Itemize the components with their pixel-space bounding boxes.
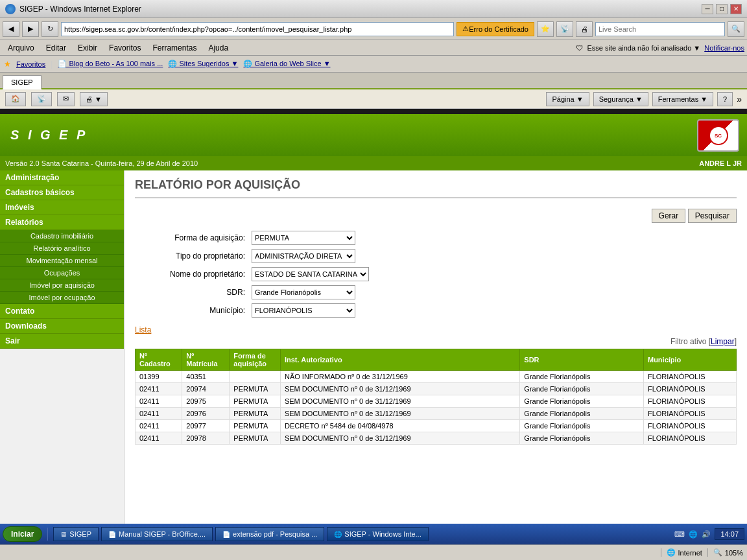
taskbar: Iniciar 🖥 SIGEP 📄 Manual SIGEP - BrOffic… [0,524,747,544]
back-button[interactable]: ◀ [3,21,19,37]
live-search-button[interactable]: 🔍 [728,21,744,37]
ferramentas-button[interactable]: Ferramentas ▼ [652,92,713,106]
cell-municipio: FLORIANÓPOLIS [643,408,736,420]
sidebar-item-relatorio-analitico[interactable]: Relatório analítico [0,242,124,255]
sidebar-item-imoveis[interactable]: Imóveis [0,200,124,215]
label-nome: Nome do proprietário: [135,270,252,279]
ie-task-icon: 🖥 [60,531,67,538]
cell-inst: SEM DOCUMENTO nº 0 de 31/12/1969 [280,432,519,445]
app-subheader: Versão 2.0 Santa Catarina - Quinta-feira… [0,156,747,170]
cell-forma: PERMUTA [230,420,281,432]
app-logo: S I G E P [10,128,88,143]
label-tipo: Tipo do proprietário: [135,251,252,261]
fav-sites[interactable]: 🌐 Sites Sugeridos ▼ [168,60,238,68]
cell-inst: SEM DOCUMENTO nº 0 de 31/12/1969 [280,383,519,395]
select-forma[interactable]: PERMUTA [252,231,355,245]
sidebar-item-imovel-aquisicao[interactable]: Imóvel por aquisição [0,279,124,292]
cell-cadastro: 02411 [136,395,182,408]
version-text: Versão 2.0 Santa Catarina - Quinta-feira… [5,159,198,167]
help-button[interactable]: ? [717,92,733,106]
form-row-forma: Forma de aquisição: PERMUTA [135,231,737,245]
task-sigep[interactable]: 🖥 SIGEP [53,527,99,541]
sidebar-item-administracao[interactable]: Administração [0,170,124,185]
cell-cadastro: 02411 [136,432,182,445]
table-row: 02411 20975 PERMUTA SEM DOCUMENTO nº 0 d… [136,395,737,408]
url-input[interactable] [61,22,454,36]
volume-icon: 🔊 [702,530,711,539]
select-nome[interactable]: ESTADO DE SANTA CATARINA [252,267,369,281]
menu-editar[interactable]: Editar [41,42,71,54]
table-row: 01399 40351 NÃO INFORMADO nº 0 de 31/12/… [136,371,737,383]
forward-button[interactable]: ▶ [22,21,39,37]
th-matricula: Nº Matrícula [182,349,230,371]
home-button[interactable]: 🏠 [5,92,26,106]
sidebar-item-imovel-ocupacao[interactable]: Imóvel por ocupação [0,292,124,304]
form-row-sdr: SDR: Grande Florianópolis [135,285,737,299]
cell-sdr: Grande Florianópolis [520,395,644,408]
lista-link[interactable]: Lista [135,325,151,334]
sidebar-item-cadastro-imobiliario[interactable]: Cadastro imobiliário [0,230,124,242]
menu-favoritos[interactable]: Favoritos [104,42,146,54]
addressbar: ◀ ▶ ↻ ⚠ Erro do Certificado ⭐ 📡 🖨 🔍 [0,18,747,40]
sidebar-item-contato[interactable]: Contato [0,304,124,319]
rss-toolbar-button[interactable]: 📡 [31,92,52,106]
title-text: SIGEP - Windows Internet Explorer [19,5,141,14]
rss-button[interactable]: 📡 [556,21,573,37]
menu-ajuda[interactable]: Ajuda [203,42,233,54]
task-manual[interactable]: 📄 Manual SIGEP - BrOffice.... [101,527,213,541]
gerar-button[interactable]: Gerar [652,209,686,223]
sidebar-item-movimentacao[interactable]: Movimentação mensal [0,255,124,267]
cell-sdr: Grande Florianópolis [520,408,644,420]
select-municipio[interactable]: FLORIANÓPOLIS [252,303,355,318]
cell-cadastro: 02411 [136,408,182,420]
print-toolbar-button[interactable]: 🖨 ▼ [80,92,108,106]
favbar-favorites[interactable]: Favoritos [16,60,45,68]
menu-ferramentas[interactable]: Ferramentas [147,42,202,54]
site-analysis-text[interactable]: Esse site ainda não foi analisado ▼ [587,44,700,52]
menu-exibir[interactable]: Exibir [73,42,102,54]
sidebar-item-downloads[interactable]: Downloads [0,319,124,334]
sidebar-item-ocupacoes[interactable]: Ocupações [0,267,124,279]
close-button[interactable]: ✕ [730,4,742,14]
select-tipo[interactable]: ADMINISTRAÇÃO DIRETA [252,249,355,263]
sidebar-item-cadastros[interactable]: Cadastros básicos [0,185,124,200]
toolbar-right-group: Página ▼ Segurança ▼ Ferramentas ▼ ? » [546,92,742,106]
warning-icon: ⚠ [462,25,469,33]
refresh-button[interactable]: ↻ [42,21,58,37]
print-button[interactable]: 🖨 [576,21,593,37]
cell-matricula: 20977 [182,420,230,432]
pdf-icon: 📄 [222,531,230,538]
maximize-button[interactable]: □ [716,4,728,14]
ie-toolbar: 🏠 📡 ✉ 🖨 ▼ Página ▼ Segurança ▼ Ferrament… [0,89,747,109]
internet-indicator: 🌐 [689,530,698,539]
pagina-button[interactable]: Página ▼ [546,92,589,106]
task-sigep-ie[interactable]: 🌐 SIGEP - Windows Inte... [327,527,428,541]
sidebar-item-sair[interactable]: Sair [0,334,124,349]
cell-inst: DECRETO nº 5484 de 04/08/4978 [280,420,519,432]
fav-blog[interactable]: 📄 Blog do Beto - As 100 mais ... [58,60,163,68]
fav-galeria[interactable]: 🌐 Galeria do Web Slice ▼ [243,60,330,68]
cell-matricula: 20975 [182,395,230,408]
notify-link[interactable]: Notificar-nos [704,44,744,52]
mail-button[interactable]: ✉ [57,92,75,106]
add-favorites-button[interactable]: ⭐ [537,21,554,37]
task-extensao[interactable]: 📄 extensão pdf - Pesquisa ... [215,527,324,541]
favorites-star: ★ [4,60,11,69]
form: Forma de aquisição: PERMUTA Tipo do prop… [135,231,737,318]
minimize-button[interactable]: ─ [702,4,713,14]
seguranca-button[interactable]: Segurança ▼ [593,92,648,106]
menu-arquivo[interactable]: Arquivo [3,42,40,54]
pesquisar-button[interactable]: Pesquisar [688,209,737,223]
start-button[interactable]: Iniciar [3,526,42,542]
select-sdr[interactable]: Grande Florianópolis [252,285,355,299]
tab-label: SIGEP [11,78,33,86]
cert-error-badge[interactable]: ⚠ Erro do Certificado [456,22,534,36]
flag-badge: SC [697,119,739,152]
sidebar-item-relatorios[interactable]: Relatórios [0,215,124,230]
cell-matricula: 20976 [182,408,230,420]
cell-municipio: FLORIANÓPOLIS [643,383,736,395]
cert-error-text: Erro do Certificado [469,25,528,33]
live-search-input[interactable] [595,22,725,36]
limpar-link[interactable]: Limpar [711,337,735,346]
tab-sigep[interactable]: SIGEP [3,75,42,89]
